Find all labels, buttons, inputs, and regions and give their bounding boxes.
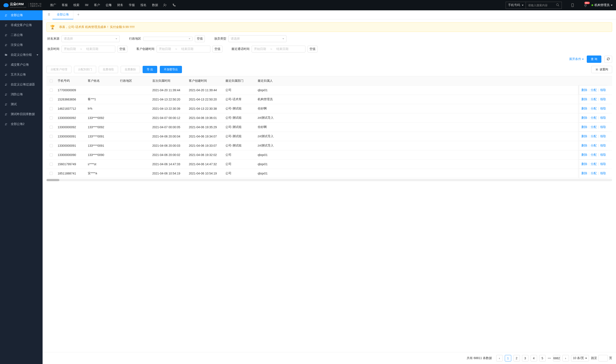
- tab-list-icon[interactable]: [45, 13, 52, 17]
- pager-jump-input[interactable]: [598, 355, 608, 361]
- pager-page-button[interactable]: 1: [505, 355, 511, 361]
- sidebar-item[interactable]: 注安公海: [0, 40, 43, 50]
- tab-add-button[interactable]: +: [73, 13, 83, 17]
- topmenu-item[interactable]: 财务: [117, 3, 123, 7]
- topmenu-item[interactable]: 推广: [50, 3, 56, 7]
- assign-link[interactable]: 分配: [591, 162, 597, 166]
- assign-link[interactable]: 分配: [591, 134, 597, 138]
- search-input[interactable]: [526, 2, 554, 9]
- row-checkbox[interactable]: [50, 126, 53, 129]
- sidebar-item[interactable]: 测试: [0, 99, 43, 109]
- export-button[interactable]: 导 出: [143, 66, 157, 73]
- region-select[interactable]: [143, 37, 193, 41]
- claim-link[interactable]: 领取: [600, 162, 606, 166]
- assign-link[interactable]: 分配: [591, 153, 597, 157]
- assign-link[interactable]: 分配: [591, 171, 597, 175]
- assign-link[interactable]: 分配: [591, 88, 597, 92]
- sidebar-item[interactable]: 自定义公海分组: [0, 50, 43, 60]
- friend-source-select[interactable]: 请选择: [62, 35, 120, 42]
- row-checkbox[interactable]: [50, 107, 53, 110]
- sidebar-item[interactable]: 五月天公海: [0, 70, 43, 80]
- delete-link[interactable]: 删除: [581, 88, 587, 92]
- row-checkbox[interactable]: [50, 153, 53, 156]
- sidebar-item[interactable]: 自定义公海过滤器: [0, 80, 43, 90]
- mobile-icon[interactable]: [570, 3, 575, 7]
- topmenu-item[interactable]: 学服: [129, 3, 135, 7]
- horizontal-scrollbar[interactable]: [46, 179, 612, 181]
- row-checkbox[interactable]: [50, 116, 53, 119]
- claim-link[interactable]: 领取: [600, 134, 606, 138]
- claim-link[interactable]: 领取: [600, 144, 606, 148]
- create-time-empty-button[interactable]: 空值: [213, 46, 222, 52]
- sidebar-item[interactable]: 全部公海2: [0, 119, 43, 129]
- delete-link[interactable]: 删除: [581, 134, 587, 138]
- assign-link[interactable]: 分配: [591, 116, 597, 120]
- add-user-icon[interactable]: [163, 3, 167, 7]
- create-time-range[interactable]: 开始日期~结束日期: [157, 46, 210, 52]
- region-empty-button[interactable]: 空值: [195, 35, 205, 42]
- sidebar-item[interactable]: 非成交客户公海: [0, 20, 43, 30]
- claim-link[interactable]: 领取: [600, 153, 606, 157]
- assign-link[interactable]: 分配: [591, 107, 597, 111]
- pager-page-button[interactable]: 2: [513, 355, 520, 361]
- claim-link[interactable]: 领取: [600, 97, 606, 101]
- assign-link[interactable]: 分配: [591, 97, 597, 101]
- pager-prev-button[interactable]: ‹: [496, 355, 503, 361]
- abandon-time-empty-button[interactable]: 空值: [117, 46, 127, 52]
- claim-link[interactable]: 领取: [600, 171, 606, 175]
- pager-page-button[interactable]: 4: [531, 355, 537, 361]
- assign-link[interactable]: 分配: [591, 144, 597, 148]
- batch-delete-button[interactable]: 批量删除: [121, 66, 140, 73]
- sidebar-item[interactable]: 成交客户公海: [0, 60, 43, 70]
- row-checkbox[interactable]: [50, 98, 53, 101]
- pager-last-button[interactable]: 6882: [553, 355, 560, 361]
- row-checkbox[interactable]: [50, 163, 53, 166]
- delete-link[interactable]: 删除: [581, 125, 587, 129]
- search-button[interactable]: [554, 2, 562, 9]
- delete-link[interactable]: 删除: [581, 153, 587, 157]
- batch-claim-button[interactable]: 批量领取: [99, 66, 118, 73]
- phone-icon[interactable]: [172, 3, 176, 7]
- abandon-time-range[interactable]: 开始日期~结束日期: [62, 46, 115, 52]
- assign-dept-button[interactable]: 分配到部门: [74, 66, 96, 73]
- notification-icon[interactable]: 99+: [583, 3, 588, 7]
- row-checkbox[interactable]: [50, 144, 53, 147]
- sidebar-item[interactable]: 测试昨日回库数据: [0, 109, 43, 119]
- last-call-empty-button[interactable]: 空值: [308, 46, 318, 52]
- export-plain-button[interactable]: 不加密导出: [160, 66, 182, 73]
- topmenu-item[interactable]: IM: [85, 3, 88, 7]
- topmenu-item[interactable]: 客服: [62, 3, 68, 7]
- pager-page-button[interactable]: 3: [522, 355, 528, 361]
- claim-link[interactable]: 领取: [600, 107, 606, 111]
- delete-link[interactable]: 删除: [581, 107, 587, 111]
- user-menu[interactable]: 机构管理员: [591, 3, 613, 7]
- delete-link[interactable]: 删除: [581, 171, 587, 175]
- row-checkbox[interactable]: [50, 135, 53, 138]
- claim-link[interactable]: 领取: [600, 125, 606, 129]
- assign-manager-button[interactable]: 分配客户经理: [46, 66, 71, 73]
- abandon-type-select[interactable]: 请选择: [228, 35, 286, 42]
- topmenu-item[interactable]: 公海: [106, 3, 112, 7]
- delete-link[interactable]: 删除: [581, 144, 587, 148]
- claim-link[interactable]: 领取: [600, 116, 606, 120]
- delete-link[interactable]: 删除: [581, 116, 587, 120]
- claim-link[interactable]: 领取: [600, 88, 606, 92]
- expand-filters-link[interactable]: 展开条件: [569, 57, 584, 61]
- logo[interactable]: 云朵CRM www.yunduocrm.com 教育机构一站式服务云平台: [3, 2, 41, 8]
- row-checkbox[interactable]: [50, 89, 53, 92]
- row-checkbox[interactable]: [50, 172, 53, 175]
- select-all-checkbox[interactable]: [50, 79, 53, 82]
- set-columns-button[interactable]: 设置列: [591, 66, 612, 73]
- topmenu-item[interactable]: 数据: [152, 3, 158, 7]
- tab-all-public[interactable]: 全部公海: [52, 10, 73, 19]
- last-call-range[interactable]: 开始日期~结束日期: [252, 46, 305, 52]
- topmenu-item[interactable]: 线索: [73, 3, 79, 7]
- topmenu-item[interactable]: 报名: [141, 3, 146, 7]
- delete-link[interactable]: 删除: [581, 97, 587, 101]
- assign-link[interactable]: 分配: [591, 125, 597, 129]
- search-type-select[interactable]: 手机号码: [506, 2, 526, 9]
- query-button[interactable]: 查 询: [587, 55, 601, 63]
- pager-next-button[interactable]: ›: [563, 355, 569, 361]
- delete-link[interactable]: 删除: [581, 162, 587, 166]
- pager-size-select[interactable]: 10 条/页: [571, 355, 589, 361]
